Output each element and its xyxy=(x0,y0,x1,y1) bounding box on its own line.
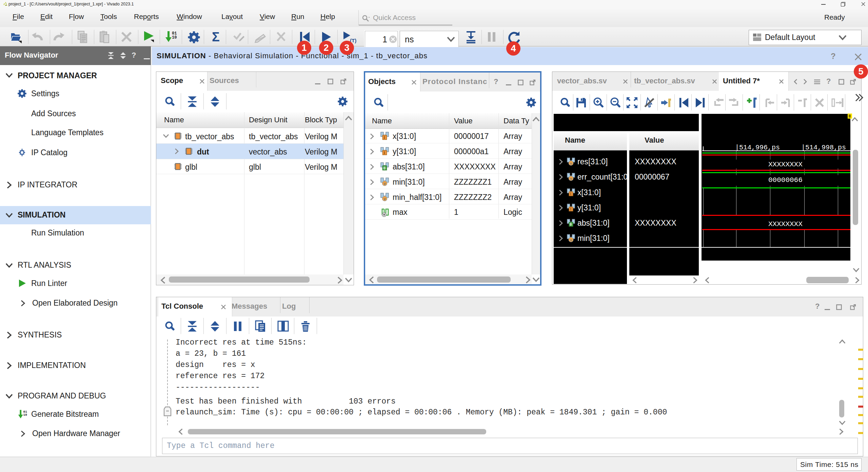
svg-text:I: I xyxy=(383,150,385,155)
svg-text:v: v xyxy=(570,238,572,242)
svg-text:v: v xyxy=(383,197,386,201)
svg-text:v: v xyxy=(570,161,572,165)
svg-text:0: 0 xyxy=(383,166,386,170)
svg-text:v: v xyxy=(383,181,386,186)
svg-text:10: 10 xyxy=(23,413,27,417)
svg-text:10: 10 xyxy=(172,35,177,40)
svg-text:I: I xyxy=(570,192,572,196)
svg-text:v: v xyxy=(570,177,572,181)
svg-text:0: 0 xyxy=(570,222,572,226)
svg-text:I: I xyxy=(570,207,572,211)
svg-text:I: I xyxy=(383,135,385,140)
